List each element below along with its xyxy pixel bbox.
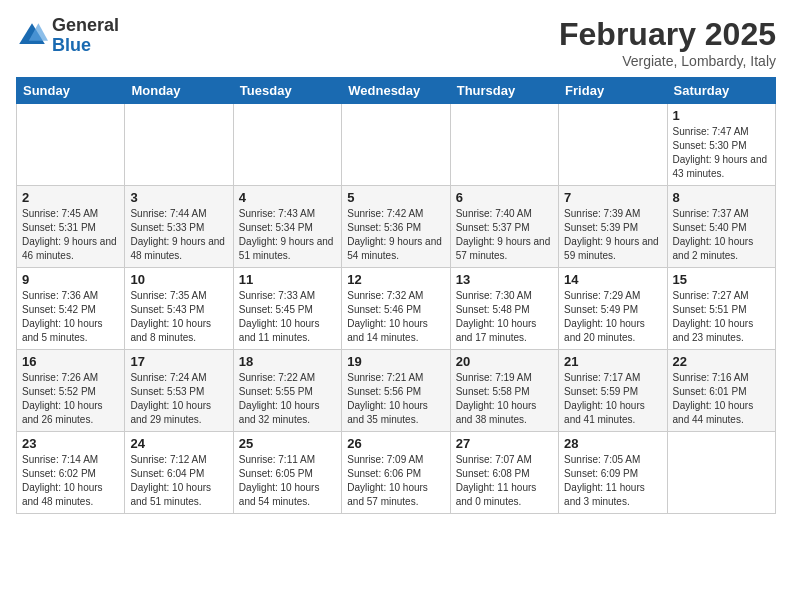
empty-cell bbox=[125, 104, 233, 186]
calendar-day-11: 11Sunrise: 7:33 AM Sunset: 5:45 PM Dayli… bbox=[233, 268, 341, 350]
day-info: Sunrise: 7:44 AM Sunset: 5:33 PM Dayligh… bbox=[130, 207, 227, 263]
day-info: Sunrise: 7:26 AM Sunset: 5:52 PM Dayligh… bbox=[22, 371, 119, 427]
weekday-header-tuesday: Tuesday bbox=[233, 78, 341, 104]
empty-cell bbox=[450, 104, 558, 186]
day-number: 23 bbox=[22, 436, 119, 451]
day-info: Sunrise: 7:47 AM Sunset: 5:30 PM Dayligh… bbox=[673, 125, 770, 181]
calendar-day-12: 12Sunrise: 7:32 AM Sunset: 5:46 PM Dayli… bbox=[342, 268, 450, 350]
calendar-day-26: 26Sunrise: 7:09 AM Sunset: 6:06 PM Dayli… bbox=[342, 432, 450, 514]
day-info: Sunrise: 7:16 AM Sunset: 6:01 PM Dayligh… bbox=[673, 371, 770, 427]
weekday-header-thursday: Thursday bbox=[450, 78, 558, 104]
calendar-day-9: 9Sunrise: 7:36 AM Sunset: 5:42 PM Daylig… bbox=[17, 268, 125, 350]
day-number: 13 bbox=[456, 272, 553, 287]
calendar-day-8: 8Sunrise: 7:37 AM Sunset: 5:40 PM Daylig… bbox=[667, 186, 775, 268]
calendar-week-4: 23Sunrise: 7:14 AM Sunset: 6:02 PM Dayli… bbox=[17, 432, 776, 514]
empty-cell bbox=[559, 104, 667, 186]
day-info: Sunrise: 7:39 AM Sunset: 5:39 PM Dayligh… bbox=[564, 207, 661, 263]
day-number: 22 bbox=[673, 354, 770, 369]
calendar-day-6: 6Sunrise: 7:40 AM Sunset: 5:37 PM Daylig… bbox=[450, 186, 558, 268]
header: General Blue February 2025 Vergiate, Lom… bbox=[16, 16, 776, 69]
calendar-day-24: 24Sunrise: 7:12 AM Sunset: 6:04 PM Dayli… bbox=[125, 432, 233, 514]
day-number: 27 bbox=[456, 436, 553, 451]
calendar-day-23: 23Sunrise: 7:14 AM Sunset: 6:02 PM Dayli… bbox=[17, 432, 125, 514]
calendar-day-22: 22Sunrise: 7:16 AM Sunset: 6:01 PM Dayli… bbox=[667, 350, 775, 432]
day-number: 2 bbox=[22, 190, 119, 205]
calendar-day-10: 10Sunrise: 7:35 AM Sunset: 5:43 PM Dayli… bbox=[125, 268, 233, 350]
day-info: Sunrise: 7:32 AM Sunset: 5:46 PM Dayligh… bbox=[347, 289, 444, 345]
day-info: Sunrise: 7:33 AM Sunset: 5:45 PM Dayligh… bbox=[239, 289, 336, 345]
calendar-day-21: 21Sunrise: 7:17 AM Sunset: 5:59 PM Dayli… bbox=[559, 350, 667, 432]
calendar-day-5: 5Sunrise: 7:42 AM Sunset: 5:36 PM Daylig… bbox=[342, 186, 450, 268]
day-info: Sunrise: 7:14 AM Sunset: 6:02 PM Dayligh… bbox=[22, 453, 119, 509]
day-number: 8 bbox=[673, 190, 770, 205]
day-info: Sunrise: 7:27 AM Sunset: 5:51 PM Dayligh… bbox=[673, 289, 770, 345]
day-info: Sunrise: 7:17 AM Sunset: 5:59 PM Dayligh… bbox=[564, 371, 661, 427]
day-number: 10 bbox=[130, 272, 227, 287]
logo-general-text: General bbox=[52, 16, 119, 36]
day-number: 28 bbox=[564, 436, 661, 451]
day-info: Sunrise: 7:24 AM Sunset: 5:53 PM Dayligh… bbox=[130, 371, 227, 427]
empty-cell bbox=[17, 104, 125, 186]
calendar-week-2: 9Sunrise: 7:36 AM Sunset: 5:42 PM Daylig… bbox=[17, 268, 776, 350]
calendar-day-3: 3Sunrise: 7:44 AM Sunset: 5:33 PM Daylig… bbox=[125, 186, 233, 268]
day-info: Sunrise: 7:42 AM Sunset: 5:36 PM Dayligh… bbox=[347, 207, 444, 263]
page: General Blue February 2025 Vergiate, Lom… bbox=[16, 16, 776, 514]
title-block: February 2025 Vergiate, Lombardy, Italy bbox=[559, 16, 776, 69]
calendar-day-7: 7Sunrise: 7:39 AM Sunset: 5:39 PM Daylig… bbox=[559, 186, 667, 268]
day-number: 11 bbox=[239, 272, 336, 287]
day-info: Sunrise: 7:43 AM Sunset: 5:34 PM Dayligh… bbox=[239, 207, 336, 263]
day-number: 18 bbox=[239, 354, 336, 369]
day-info: Sunrise: 7:40 AM Sunset: 5:37 PM Dayligh… bbox=[456, 207, 553, 263]
calendar-week-3: 16Sunrise: 7:26 AM Sunset: 5:52 PM Dayli… bbox=[17, 350, 776, 432]
day-number: 5 bbox=[347, 190, 444, 205]
day-info: Sunrise: 7:45 AM Sunset: 5:31 PM Dayligh… bbox=[22, 207, 119, 263]
day-info: Sunrise: 7:19 AM Sunset: 5:58 PM Dayligh… bbox=[456, 371, 553, 427]
calendar-day-27: 27Sunrise: 7:07 AM Sunset: 6:08 PM Dayli… bbox=[450, 432, 558, 514]
day-info: Sunrise: 7:29 AM Sunset: 5:49 PM Dayligh… bbox=[564, 289, 661, 345]
day-info: Sunrise: 7:35 AM Sunset: 5:43 PM Dayligh… bbox=[130, 289, 227, 345]
title-month: February 2025 bbox=[559, 16, 776, 53]
day-number: 9 bbox=[22, 272, 119, 287]
day-number: 16 bbox=[22, 354, 119, 369]
day-number: 14 bbox=[564, 272, 661, 287]
day-number: 1 bbox=[673, 108, 770, 123]
day-number: 25 bbox=[239, 436, 336, 451]
day-info: Sunrise: 7:21 AM Sunset: 5:56 PM Dayligh… bbox=[347, 371, 444, 427]
day-info: Sunrise: 7:09 AM Sunset: 6:06 PM Dayligh… bbox=[347, 453, 444, 509]
day-info: Sunrise: 7:22 AM Sunset: 5:55 PM Dayligh… bbox=[239, 371, 336, 427]
calendar-day-28: 28Sunrise: 7:05 AM Sunset: 6:09 PM Dayli… bbox=[559, 432, 667, 514]
calendar-day-2: 2Sunrise: 7:45 AM Sunset: 5:31 PM Daylig… bbox=[17, 186, 125, 268]
day-info: Sunrise: 7:36 AM Sunset: 5:42 PM Dayligh… bbox=[22, 289, 119, 345]
calendar-day-20: 20Sunrise: 7:19 AM Sunset: 5:58 PM Dayli… bbox=[450, 350, 558, 432]
weekday-header-sunday: Sunday bbox=[17, 78, 125, 104]
calendar-day-17: 17Sunrise: 7:24 AM Sunset: 5:53 PM Dayli… bbox=[125, 350, 233, 432]
weekday-header-wednesday: Wednesday bbox=[342, 78, 450, 104]
logo-blue-text: Blue bbox=[52, 36, 119, 56]
day-info: Sunrise: 7:30 AM Sunset: 5:48 PM Dayligh… bbox=[456, 289, 553, 345]
day-number: 21 bbox=[564, 354, 661, 369]
day-number: 12 bbox=[347, 272, 444, 287]
logo-icon bbox=[16, 20, 48, 52]
calendar-week-0: 1Sunrise: 7:47 AM Sunset: 5:30 PM Daylig… bbox=[17, 104, 776, 186]
day-number: 24 bbox=[130, 436, 227, 451]
calendar-day-13: 13Sunrise: 7:30 AM Sunset: 5:48 PM Dayli… bbox=[450, 268, 558, 350]
calendar-day-16: 16Sunrise: 7:26 AM Sunset: 5:52 PM Dayli… bbox=[17, 350, 125, 432]
empty-cell bbox=[233, 104, 341, 186]
day-number: 17 bbox=[130, 354, 227, 369]
day-info: Sunrise: 7:12 AM Sunset: 6:04 PM Dayligh… bbox=[130, 453, 227, 509]
day-number: 4 bbox=[239, 190, 336, 205]
calendar-day-18: 18Sunrise: 7:22 AM Sunset: 5:55 PM Dayli… bbox=[233, 350, 341, 432]
calendar-day-15: 15Sunrise: 7:27 AM Sunset: 5:51 PM Dayli… bbox=[667, 268, 775, 350]
day-number: 7 bbox=[564, 190, 661, 205]
weekday-header-friday: Friday bbox=[559, 78, 667, 104]
weekday-header-monday: Monday bbox=[125, 78, 233, 104]
day-number: 26 bbox=[347, 436, 444, 451]
day-number: 20 bbox=[456, 354, 553, 369]
calendar: SundayMondayTuesdayWednesdayThursdayFrid… bbox=[16, 77, 776, 514]
weekday-header-row: SundayMondayTuesdayWednesdayThursdayFrid… bbox=[17, 78, 776, 104]
day-info: Sunrise: 7:05 AM Sunset: 6:09 PM Dayligh… bbox=[564, 453, 661, 509]
logo: General Blue bbox=[16, 16, 119, 56]
calendar-day-4: 4Sunrise: 7:43 AM Sunset: 5:34 PM Daylig… bbox=[233, 186, 341, 268]
calendar-week-1: 2Sunrise: 7:45 AM Sunset: 5:31 PM Daylig… bbox=[17, 186, 776, 268]
day-info: Sunrise: 7:11 AM Sunset: 6:05 PM Dayligh… bbox=[239, 453, 336, 509]
